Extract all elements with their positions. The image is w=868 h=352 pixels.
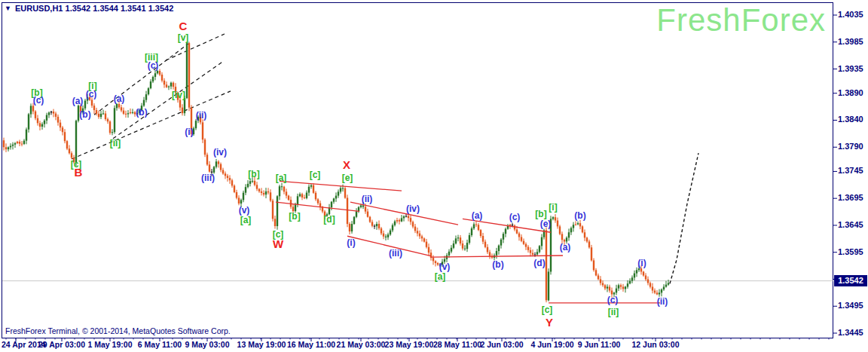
wave-label: (c)	[607, 295, 619, 305]
wave-labels: [b](c)(a)(b)[i](c)(a)(b)[ii][c]B[iii](c)…	[31, 20, 668, 329]
wave-label: X	[343, 158, 350, 171]
wave-label: [c]	[310, 170, 321, 180]
wave-label: (iv)	[213, 147, 227, 158]
wave-label: (c)	[509, 212, 521, 222]
wave-label: (a)	[72, 96, 84, 106]
wave-label: [a]	[435, 271, 446, 282]
wave-label: [b]	[289, 211, 300, 222]
chart-title: ▼EURUSD,H1 1.3542 1.3544 1.3541 1.3542	[5, 4, 173, 13]
wave-label: (a)	[472, 210, 483, 221]
wave-label: W	[273, 237, 284, 250]
time-tick-label: 9 May 03:00	[185, 340, 230, 349]
wave-label: (e)	[540, 219, 552, 229]
wave-label: (v)	[439, 262, 451, 272]
wave-label: [b]	[535, 209, 546, 219]
price-tick-label: 1.3935	[838, 64, 863, 73]
wave-label: B	[75, 166, 83, 179]
time-tick-label: 21 May 03:00	[337, 340, 386, 349]
time-tick-label: 4 Jun 19:00	[530, 340, 573, 349]
forecast-line	[670, 153, 698, 283]
time-tick-label: 29 Apr 03:00	[38, 340, 85, 349]
wave-label: [ii]	[608, 307, 619, 317]
wave-label: (c)	[86, 89, 97, 99]
time-tick-label: 2 Jun 03:00	[480, 340, 523, 349]
price-tick-label: 1.3695	[838, 193, 863, 202]
wave-label: (b)	[492, 259, 503, 270]
wave-label: (a)	[114, 93, 125, 104]
wave-label: (a)	[560, 242, 571, 253]
price-axis[interactable]: 1.40351.39851.39351.38901.38401.37901.37…	[834, 0, 868, 352]
wave-label: (ii)	[362, 194, 373, 204]
wave-label: [c]	[542, 305, 553, 315]
wave-label: [i]	[549, 202, 557, 213]
symbol-marker-icon: ▼	[5, 5, 11, 12]
wave-label: (v)	[239, 205, 250, 216]
price-tick-label: 1.3495	[838, 301, 863, 310]
price-tick-label: 1.3445	[838, 328, 863, 337]
time-tick-label: 13 May 19:00	[237, 340, 286, 349]
price-tick-label: 1.3840	[838, 115, 863, 124]
wave-label: (d)	[533, 258, 545, 268]
wave-label: [iv]	[172, 90, 185, 100]
wave-label: (iv)	[406, 204, 420, 214]
ohlc-readout: EURUSD,H1 1.3542 1.3544 1.3541 1.3542	[15, 4, 173, 13]
wave-label: Y	[546, 316, 553, 329]
wave-label: (i)	[347, 237, 355, 248]
wave-label: (iii)	[389, 248, 402, 259]
last-price-badge: 1.3542	[834, 275, 867, 286]
wave-label: [b]	[248, 169, 259, 179]
wave-label: (b)	[574, 210, 585, 221]
wave-label: [ii]	[110, 138, 121, 148]
terminal-copyright: FreshForex Terminal, © 2001-2014, MetaQu…	[5, 326, 231, 335]
price-tick-label: 1.3595	[838, 247, 863, 256]
time-tick-label: 28 May 11:00	[433, 340, 481, 349]
time-tick-label: 23 May 19:00	[385, 340, 434, 349]
wave-label: (i)	[637, 258, 646, 268]
wave-label: [d]	[323, 214, 335, 225]
wave-label: (b)	[136, 107, 147, 118]
wave-label: C	[179, 20, 188, 32]
price-tick-label: 1.4035	[838, 10, 863, 19]
wave-label: (iii)	[201, 173, 215, 183]
wave-label: (b)	[79, 109, 90, 120]
time-tick-label: 12 Jun 03:00	[631, 340, 679, 349]
wave-label: (ii)	[657, 296, 668, 307]
time-tick-label: 16 May 11:00	[287, 340, 335, 349]
time-tick-label: 6 May 11:00	[138, 340, 182, 349]
wave-label: (c)	[33, 95, 44, 106]
price-tick-label: 1.3645	[838, 220, 863, 229]
time-tick-label: 1 May 19:00	[88, 340, 133, 349]
price-tick-label: 1.3985	[838, 37, 863, 46]
price-tick-label: 1.3745	[838, 166, 863, 175]
wave-label: [a]	[240, 215, 252, 225]
wave-label: [v]	[178, 32, 189, 43]
candles	[3, 41, 669, 302]
wave-label: [e]	[342, 173, 353, 183]
time-tick-label: 9 Jun 11:00	[578, 340, 621, 349]
chart-window: FreshForex [b](c)(a)(b)[i](c)(a)(b)[ii][…	[0, 0, 868, 352]
wave-label: (c)	[148, 60, 159, 71]
time-axis[interactable]: 24 Apr 201429 Apr 03:001 May 19:006 May …	[0, 340, 868, 352]
wave-label: (i)	[185, 127, 193, 137]
chart-canvas[interactable]: [b](c)(a)(b)[i](c)(a)(b)[ii][c]B[iii](c)…	[0, 0, 868, 352]
wave-label: [a]	[276, 173, 287, 183]
price-tick-label: 1.3790	[838, 142, 863, 151]
price-tick-label: 1.3890	[838, 88, 863, 97]
wave-label: (ii)	[196, 110, 207, 121]
